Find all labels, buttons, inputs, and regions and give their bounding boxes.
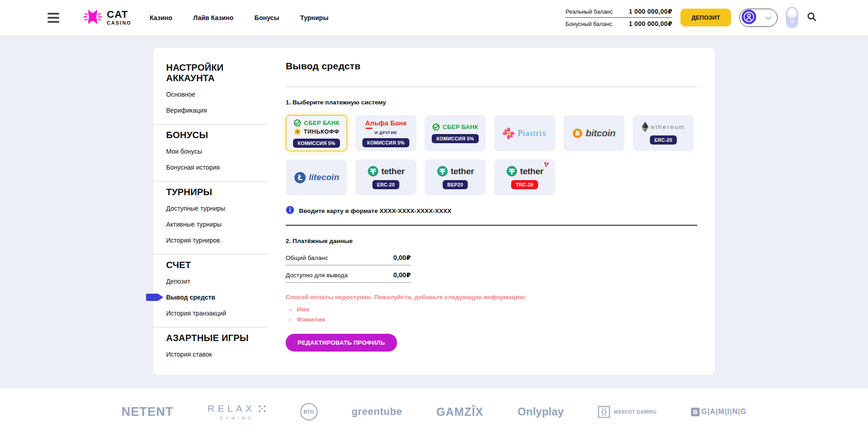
tinkoff-icon <box>294 128 301 135</box>
payment-method-sber-tinkoff[interactable]: СБЕР БАНКТИНЬКОФФКОМИССИЯ 5% <box>286 115 347 151</box>
mascot-ornament-icon <box>598 406 610 418</box>
deposit-button[interactable]: ДЕПОЗИТ <box>680 9 731 26</box>
sidebar-item-verification[interactable]: Верификация <box>166 104 267 117</box>
balance-summary-label: Общий баланс <box>286 254 328 261</box>
commission-badge: КОМИССИЯ 5% <box>432 134 479 143</box>
divider <box>286 225 697 226</box>
balance-value: 1 000 000,00₽ <box>629 8 672 15</box>
provider-logo-greentube: greentube <box>351 406 402 418</box>
provider-logo-mascot-gaming: MASCOT GAMING <box>598 406 657 418</box>
provider-logo-btg: BTG <box>300 403 318 420</box>
cat-logo-icon <box>82 8 103 28</box>
payment-method-piastrix[interactable]: Piastrix <box>494 115 555 151</box>
provider-logo-netent: NETENT <box>121 405 173 419</box>
tether-icon <box>506 166 518 177</box>
logo-text-cat: CAT <box>107 10 131 20</box>
ethereum-icon <box>642 122 648 132</box>
nav-live-casino[interactable]: Лайв Казино <box>193 14 233 21</box>
balance-summary-value: 0,00₽ <box>393 254 411 261</box>
litecoin-icon: Ł <box>294 171 306 184</box>
payment-method-ethereum[interactable]: ethereumERC-20 <box>633 115 694 151</box>
hamburger-icon <box>47 13 59 15</box>
tron-icon <box>544 162 549 167</box>
provider-logo-onlyplay: Onlyplay <box>518 405 564 418</box>
payment-method-bitcoin[interactable]: Bbitcoin <box>563 115 625 151</box>
provider-logo-bgaming: BG|A|M|I|N|G <box>691 408 747 416</box>
payment-methods-grid: СБЕР БАНКТИНЬКОФФКОМИССИЯ 5%Альфа БанкИ … <box>286 115 697 196</box>
hamburger-menu-button[interactable] <box>47 13 59 23</box>
page-body: НАСТРОЙКИ АККАУНТАОсновноеВерификацияБОН… <box>0 35 868 388</box>
sidebar-item-bet-history[interactable]: История ставок <box>166 348 267 361</box>
svg-text:Ł: Ł <box>297 173 302 182</box>
chevron-down-icon <box>765 14 771 22</box>
logo[interactable]: CAT CASINO <box>82 8 131 28</box>
search-button[interactable] <box>806 11 817 24</box>
piastrix-flower-icon <box>502 127 515 140</box>
sidebar-section-account: СЧЕТ <box>166 260 255 270</box>
balance-block: Реальный баланс1 000 000,00₽Бонусный бал… <box>565 8 672 27</box>
relax-x-dots-icon <box>258 405 266 413</box>
balance-summary-label: Доступно для вывода <box>286 272 348 279</box>
sidebar-section-gambling: АЗАРТНЫЕ ИГРЫ <box>166 333 255 343</box>
bitcoin-icon: B <box>572 128 583 139</box>
toggle-knob <box>787 8 797 18</box>
sidebar-item-withdrawal[interactable]: Вывод средств <box>166 291 267 304</box>
sidebar-item-main[interactable]: Основное <box>166 88 267 101</box>
commission-badge: КОМИССИЯ 5% <box>293 139 340 148</box>
info-text: Вводите карту в формате XXXX-XXXX-XXXX-X… <box>299 207 451 214</box>
payment-warning: Способ оплаты недоступен. Пожалуйста, до… <box>286 294 697 323</box>
payment-method-tether-bep20[interactable]: tetherBEP20 <box>424 159 486 196</box>
provider-logo-gamzix: GAMZÎX <box>436 405 483 419</box>
sidebar-section-bonuses: БОНУСЫ <box>166 130 255 140</box>
sidebar-item-transaction-history[interactable]: История транзакций <box>166 307 267 320</box>
sidebar-divider <box>153 181 267 181</box>
top-bar: CAT CASINO КазиноЛайв КазиноБонусыТурнир… <box>0 0 868 35</box>
sidebar-divider <box>153 124 267 124</box>
search-icon <box>806 11 817 24</box>
balance-row: Бонусный баланс1 000 000,00₽ <box>565 20 672 27</box>
commission-badge: ERC-20 <box>372 180 399 189</box>
alfa-underline <box>366 128 372 129</box>
sber-icon <box>432 123 440 131</box>
providers-footer: NETENTRELAXGAMINGBTGgreentubeGAMZÎXOnlyp… <box>0 388 868 435</box>
logo-text-casino: CASINO <box>107 21 131 26</box>
nav-bonuses[interactable]: Бонусы <box>255 14 279 21</box>
payment-method-alfa-bank[interactable]: Альфа БанкИ ДРУГИЕКОМИССИЯ 5% <box>355 115 417 151</box>
sidebar-section-account-settings: НАСТРОЙКИ АККАУНТА <box>166 62 255 83</box>
account-sidebar: НАСТРОЙКИ АККАУНТАОсновноеВерификацияБОН… <box>153 48 267 375</box>
avatar <box>742 10 756 26</box>
account-card: НАСТРОЙКИ АККАУНТАОсновноеВерификацияБОН… <box>153 48 715 375</box>
svg-text:B: B <box>575 130 580 137</box>
nav-tournaments[interactable]: Турниры <box>300 14 329 21</box>
sidebar-divider <box>153 254 267 254</box>
profile-menu[interactable] <box>739 9 778 27</box>
sidebar-divider <box>153 327 267 327</box>
sidebar-item-available-tournaments[interactable]: Доступные турниры <box>166 202 267 215</box>
theme-toggle[interactable] <box>786 7 798 28</box>
withdrawal-content: Вывод средств 1. Выберите платежную сист… <box>267 48 715 375</box>
commission-badge: КОМИССИЯ 5% <box>362 138 409 147</box>
sidebar-item-deposit[interactable]: Депозит <box>166 275 267 288</box>
payment-method-litecoin[interactable]: Łlitecoin <box>286 159 347 196</box>
balance-summary-value: 0,00₽ <box>393 271 411 279</box>
sidebar-item-tournament-history[interactable]: История турниров <box>166 234 267 247</box>
sidebar-item-my-bonuses[interactable]: Мои бонусы <box>166 145 267 158</box>
sber-icon <box>293 119 301 127</box>
sidebar-item-active-tournaments[interactable]: Активные турниры <box>166 218 267 231</box>
payment-method-sber-bank[interactable]: СБЕР БАНККОМИССИЯ 5% <box>424 115 486 151</box>
balance-summary: Общий баланс0,00₽Доступно для вывода0,00… <box>286 248 411 283</box>
nav-casino[interactable]: Казино <box>150 14 172 21</box>
warning-missing-fields: –Имя–Фамилия <box>286 306 697 323</box>
card-format-note: Вводите карту в формате XXXX-XXXX-XXXX-X… <box>286 206 697 216</box>
divider <box>286 87 697 87</box>
provider-logo-relax-gaming: RELAXGAMING <box>208 403 266 420</box>
payment-method-tether-trc20[interactable]: tetherTRC-20 <box>494 159 555 196</box>
tether-icon <box>437 166 448 177</box>
balance-summary-row: Общий баланс0,00₽ <box>286 248 411 265</box>
missing-field: –Фамилия <box>289 316 697 323</box>
sidebar-item-bonus-history[interactable]: Бонусная история <box>166 161 267 174</box>
step2-title: 2. Платёжные данные <box>286 238 697 244</box>
edit-profile-button[interactable]: РЕДАКТИРОВАТЬ ПРОФИЛЬ <box>286 334 397 352</box>
payment-method-tether-erc20[interactable]: tetherERC-20 <box>355 159 417 196</box>
commission-badge: BEP20 <box>443 180 468 189</box>
